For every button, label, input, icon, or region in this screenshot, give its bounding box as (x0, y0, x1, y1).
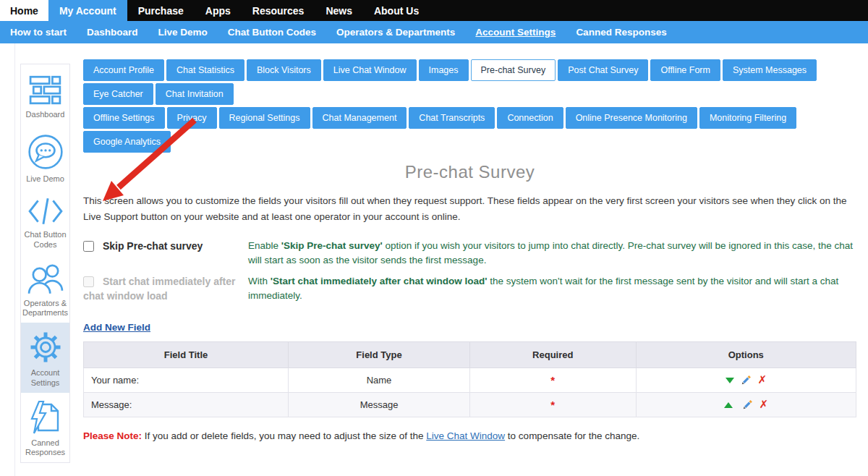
subnav-item-canned-responses[interactable]: Canned Responses (566, 27, 676, 38)
tab-block-visitors[interactable]: Block Visitors (247, 59, 321, 81)
tab-chat-invitation[interactable]: Chat Invitation (156, 83, 234, 105)
subnav-item-live-demo[interactable]: Live Demo (148, 27, 218, 38)
content-left-border (14, 43, 15, 476)
page-title: Pre-chat Survey (83, 162, 856, 182)
delete-icon[interactable]: ✗ (758, 375, 767, 386)
sidebar-label: Canned Responses (22, 438, 68, 459)
row-options: ✗ (642, 375, 850, 386)
move-up-icon[interactable] (724, 402, 733, 408)
topnav-item-news[interactable]: News (315, 0, 363, 21)
canned-responses-icon (28, 400, 63, 435)
topnav-item-home[interactable]: Home (0, 0, 48, 21)
topnav-item-resources[interactable]: Resources (242, 0, 315, 21)
subnav-item-chat-button-codes[interactable]: Chat Button Codes (218, 27, 326, 38)
sidebar-item-live-demo[interactable]: Live Demo (21, 126, 69, 189)
sidebar-item-dashboard[interactable]: Dashboard (21, 64, 69, 126)
start-immediately-option: Start chat immediately after chat window… (83, 274, 248, 304)
tab-images[interactable]: Images (419, 59, 469, 81)
desc-bold: 'Start chat immediately after chat windo… (271, 276, 488, 286)
please-note: Please Note: If you add or delete fields… (83, 430, 856, 441)
required-asterisk: * (550, 399, 555, 411)
sidebar-label: Live Demo (26, 174, 64, 184)
skip-survey-checkbox[interactable] (83, 241, 94, 252)
sidebar-item-account-settings[interactable]: Account Settings (21, 323, 69, 393)
account-sub-navigation: How to start Dashboard Live Demo Chat Bu… (0, 21, 868, 43)
table-row: Message: Message * ✗ (84, 393, 856, 417)
field-type-cell: Message (289, 393, 470, 417)
sidebar-item-chat-button-codes[interactable]: Chat Button Codes (21, 189, 69, 255)
tab-offline-form[interactable]: Offline Form (650, 59, 720, 81)
intro-text: This screen allows you to customize the … (83, 193, 856, 224)
edit-icon[interactable] (742, 399, 753, 410)
tab-eye-catcher[interactable]: Eye Catcher (83, 83, 153, 105)
move-down-icon[interactable] (726, 378, 734, 383)
sidebar-label: Operators & Departments (22, 299, 68, 319)
desc-text: With (248, 276, 271, 286)
desc-text: Enable (248, 240, 281, 251)
start-immediately-description: With 'Start chat immediately after chat … (248, 274, 856, 304)
note-text: If you add or delete fields, you may nee… (142, 430, 426, 441)
live-chat-window-link[interactable]: Live Chat Window (426, 430, 505, 441)
row-options: ✗ (642, 399, 850, 410)
code-icon (27, 196, 64, 226)
tab-privacy[interactable]: Privacy (167, 107, 217, 129)
required-asterisk: * (550, 374, 555, 386)
tab-google-analytics[interactable]: Google Analytics (83, 131, 171, 153)
tab-regional-settings[interactable]: Regional Settings (219, 107, 310, 129)
subnav-item-operators-departments[interactable]: Operators & Departments (326, 27, 465, 38)
live-demo-icon (27, 133, 64, 171)
tab-online-presence-monitoring[interactable]: Online Presence Monitoring (566, 107, 697, 129)
topnav-item-my-account[interactable]: My Account (48, 0, 127, 21)
tab-chat-transcripts[interactable]: Chat Transcripts (409, 107, 495, 129)
field-title-cell: Message: (84, 393, 289, 417)
dashboard-icon (29, 73, 62, 106)
subnav-active-label: Account Settings (475, 27, 556, 38)
topnav-item-about-us[interactable]: About Us (363, 0, 430, 21)
tab-connection[interactable]: Connection (497, 107, 563, 129)
field-type-cell: Name (289, 368, 470, 393)
tab-monitoring-filtering[interactable]: Monitoring Filtering (699, 107, 796, 129)
sidebar-item-operators-departments[interactable]: Operators & Departments (21, 255, 69, 323)
start-immediately-checkbox (83, 276, 94, 287)
main-content: Account Profile Chat Statistics Block Vi… (83, 43, 856, 441)
tab-post-chat-survey[interactable]: Post Chat Survey (558, 59, 648, 81)
subnav-item-how-to-start[interactable]: How to start (0, 27, 77, 38)
tab-offline-settings[interactable]: Offline Settings (83, 107, 165, 129)
tab-account-profile[interactable]: Account Profile (83, 59, 164, 81)
subnav-item-dashboard[interactable]: Dashboard (77, 27, 148, 38)
delete-icon[interactable]: ✗ (760, 399, 769, 410)
tab-pre-chat-survey[interactable]: Pre-chat Survey (471, 59, 556, 81)
sidebar-label: Chat Button Codes (22, 230, 68, 250)
settings-tabs-row-1: Account Profile Chat Statistics Block Vi… (83, 59, 856, 105)
tab-live-chat-window[interactable]: Live Chat Window (323, 59, 417, 81)
skip-survey-option: Skip Pre-chat survey (83, 239, 248, 268)
sidebar-label: Account Settings (22, 368, 68, 388)
note-label: Please Note: (83, 430, 142, 441)
sidebar-item-canned-responses[interactable]: Canned Responses (21, 393, 69, 463)
option-row-start-immediately: Start chat immediately after chat window… (83, 274, 856, 304)
skip-survey-label: Skip Pre-chat survey (103, 240, 203, 252)
settings-tabs-row-2: Offline Settings Privacy Regional Settin… (83, 107, 856, 153)
table-header-row: Field Title Field Type Required Options (84, 342, 856, 368)
topnav-item-apps[interactable]: Apps (195, 0, 242, 21)
tab-system-messages[interactable]: System Messages (723, 59, 817, 81)
add-new-field-link[interactable]: Add New Field (83, 322, 150, 333)
topnav-item-purchase[interactable]: Purchase (127, 0, 195, 21)
icon-sidebar: Dashboard Live Demo Chat Button Codes Op… (20, 64, 70, 463)
gear-icon (28, 330, 63, 365)
top-navigation: Home My Account Purchase Apps Resources … (0, 0, 868, 21)
subnav-item-account-settings[interactable]: Account Settings (465, 27, 566, 38)
desc-bold: 'Skip Pre-chat survey' (281, 240, 383, 251)
edit-icon[interactable] (741, 375, 752, 386)
tab-chat-statistics[interactable]: Chat Statistics (166, 59, 244, 81)
option-row-skip-survey: Skip Pre-chat survey Enable 'Skip Pre-ch… (83, 239, 856, 268)
tab-chat-management[interactable]: Chat Management (312, 107, 407, 129)
start-immediately-label: Start chat immediately after chat window… (83, 276, 236, 302)
operators-icon (27, 262, 64, 295)
survey-fields-table: Field Title Field Type Required Options … (83, 341, 856, 417)
skip-survey-description: Enable 'Skip Pre-chat survey' option if … (248, 239, 856, 268)
field-title-cell: Your name: (84, 368, 289, 393)
note-text: to compensate for the change. (505, 430, 639, 441)
header-required: Required (469, 342, 636, 368)
header-field-type: Field Type (289, 342, 470, 368)
